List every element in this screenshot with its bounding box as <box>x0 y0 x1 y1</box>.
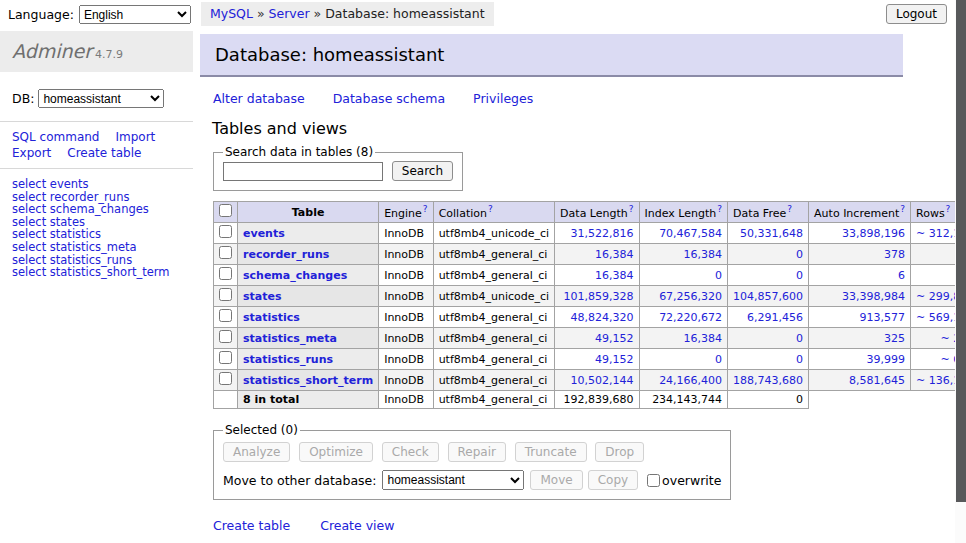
auto-increment-cell[interactable]: 325 <box>809 328 911 349</box>
auto-increment-cell[interactable]: 33,398,984 <box>809 286 911 307</box>
row-checkbox[interactable] <box>219 288 232 301</box>
privileges-link[interactable]: Privileges <box>473 91 533 106</box>
create-table-link-bottom[interactable]: Create table <box>213 518 290 533</box>
table-row: statistics InnoDB utf8mb4_general_ci 48,… <box>214 307 966 328</box>
row-checkbox[interactable] <box>219 351 232 364</box>
engine-cell: InnoDB <box>379 349 433 370</box>
row-checkbox[interactable] <box>219 372 232 385</box>
data-length-cell[interactable]: 49,152 <box>555 328 639 349</box>
data-free-cell[interactable]: 0 <box>728 265 809 286</box>
auto-increment-cell[interactable]: 33,898,196 <box>809 223 911 244</box>
table-row: recorder_runs InnoDB utf8mb4_general_ci … <box>214 244 966 265</box>
adminer-brand-link[interactable]: Adminer <box>12 40 92 62</box>
analyze-button: Analyze <box>223 442 290 462</box>
sidebar-item-select-events[interactable]: select events <box>12 178 193 191</box>
data-free-cell[interactable]: 6,291,456 <box>728 307 809 328</box>
import-link[interactable]: Import <box>115 129 155 145</box>
create-view-link[interactable]: Create view <box>320 518 394 533</box>
help-link[interactable]: ? <box>488 204 493 214</box>
row-checkbox[interactable] <box>219 309 232 322</box>
create-links-row: Create table Create view <box>213 518 903 533</box>
row-checkbox[interactable] <box>219 225 232 238</box>
table-link[interactable]: events <box>243 227 285 240</box>
index-length-cell[interactable]: 16,384 <box>639 244 728 265</box>
scrollbar[interactable] <box>955 0 966 543</box>
overwrite-checkbox[interactable] <box>647 474 660 487</box>
index-length-cell[interactable]: 72,220,672 <box>639 307 728 328</box>
index-length-cell[interactable]: 70,467,584 <box>639 223 728 244</box>
table-row: events InnoDB utf8mb4_unicode_ci 31,522,… <box>214 223 966 244</box>
data-length-cell[interactable]: 31,522,816 <box>555 223 639 244</box>
data-free-cell[interactable]: 50,331,648 <box>728 223 809 244</box>
create-table-link[interactable]: Create table <box>67 145 141 161</box>
help-link[interactable]: ? <box>717 204 722 214</box>
table-link[interactable]: statistics_meta <box>243 332 337 345</box>
auto-increment-cell[interactable]: 913,577 <box>809 307 911 328</box>
language-select[interactable]: English <box>79 5 191 24</box>
alter-database-link[interactable]: Alter database <box>213 91 305 106</box>
breadcrumb-server-link[interactable]: Server <box>269 6 310 21</box>
move-row: Move to other database: homeassistant Mo… <box>223 470 721 490</box>
data-free-cell[interactable]: 0 <box>728 328 809 349</box>
sidebar-item-select-schema-changes[interactable]: select schema_changes <box>12 203 193 216</box>
data-length-cell[interactable]: 16,384 <box>555 265 639 286</box>
row-checkbox[interactable] <box>219 330 232 343</box>
overwrite-label: overwrite <box>662 473 721 488</box>
total-collation: utf8mb4_general_ci <box>433 391 554 409</box>
data-length-cell[interactable]: 16,384 <box>555 244 639 265</box>
help-link[interactable]: ? <box>629 204 634 214</box>
row-checkbox[interactable] <box>219 267 232 280</box>
index-length-cell[interactable]: 24,166,400 <box>639 370 728 391</box>
table-link[interactable]: schema_changes <box>243 269 347 282</box>
auto-increment-cell[interactable]: 39,999 <box>809 349 911 370</box>
help-link[interactable]: ? <box>900 204 905 214</box>
search-input[interactable] <box>223 162 383 181</box>
table-link[interactable]: states <box>243 290 282 303</box>
data-free-cell[interactable]: 188,743,680 <box>728 370 809 391</box>
data-free-cell[interactable]: 0 <box>728 349 809 370</box>
sql-command-link[interactable]: SQL command <box>12 129 99 145</box>
data-free-cell[interactable]: 104,857,600 <box>728 286 809 307</box>
help-link[interactable]: ? <box>946 204 951 214</box>
index-length-cell[interactable]: 67,256,320 <box>639 286 728 307</box>
select-all-checkbox[interactable] <box>219 204 232 217</box>
index-length-cell[interactable]: 0 <box>639 265 728 286</box>
breadcrumb-mysql-link[interactable]: MySQL <box>210 6 253 21</box>
selected-legend: Selected (0) <box>223 423 300 437</box>
data-length-cell[interactable]: 101,859,328 <box>555 286 639 307</box>
data-length-cell[interactable]: 10,502,144 <box>555 370 639 391</box>
export-link[interactable]: Export <box>12 145 51 161</box>
data-length-cell[interactable]: 48,824,320 <box>555 307 639 328</box>
database-schema-link[interactable]: Database schema <box>333 91 445 106</box>
table-link[interactable]: statistics_runs <box>243 353 333 366</box>
collation-cell: utf8mb4_general_ci <box>433 349 554 370</box>
collation-cell: utf8mb4_general_ci <box>433 328 554 349</box>
row-checkbox[interactable] <box>219 246 232 259</box>
total-engine: InnoDB <box>379 391 433 409</box>
auto-increment-cell[interactable]: 6 <box>809 265 911 286</box>
db-select[interactable]: homeassistant <box>38 89 164 108</box>
help-link[interactable]: ? <box>423 204 428 214</box>
selected-buttons-row: Analyze Optimize Check Repair Truncate D… <box>223 442 721 462</box>
scrollbar-thumb[interactable] <box>956 0 966 502</box>
index-length-cell[interactable]: 16,384 <box>639 328 728 349</box>
table-link[interactable]: recorder_runs <box>243 248 329 261</box>
overwrite-option: overwrite <box>647 473 721 488</box>
auto-increment-cell[interactable]: 8,581,645 <box>809 370 911 391</box>
table-row: statistics_short_term InnoDB utf8mb4_gen… <box>214 370 966 391</box>
search-button[interactable]: Search <box>392 161 453 181</box>
collation-cell: utf8mb4_general_ci <box>433 370 554 391</box>
engine-cell: InnoDB <box>379 265 433 286</box>
db-label: DB: <box>12 91 34 106</box>
sidebar-item-select-statistics-short-term[interactable]: select statistics_short_term <box>12 266 193 279</box>
auto-increment-cell[interactable]: 378 <box>809 244 911 265</box>
data-free-cell[interactable]: 0 <box>728 244 809 265</box>
table-link[interactable]: statistics <box>243 311 300 324</box>
help-link[interactable]: ? <box>787 204 792 214</box>
move-database-select[interactable]: homeassistant <box>382 470 524 490</box>
sidebar-actions: SQL commandImportExportCreate table <box>0 121 193 169</box>
data-length-cell[interactable]: 49,152 <box>555 349 639 370</box>
table-link[interactable]: statistics_short_term <box>243 374 373 387</box>
sidebar-item-select-statistics-meta[interactable]: select statistics_meta <box>12 241 193 254</box>
index-length-cell[interactable]: 0 <box>639 349 728 370</box>
